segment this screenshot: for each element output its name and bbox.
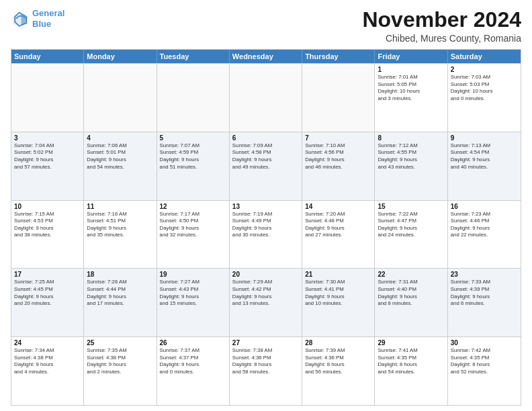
day-info: Sunrise: 7:38 AM Sunset: 4:36 PM Dayligh… (232, 347, 299, 375)
cal-cell: 19Sunrise: 7:27 AM Sunset: 4:43 PM Dayli… (157, 269, 230, 336)
day-number: 21 (305, 271, 371, 278)
day-info: Sunrise: 7:07 AM Sunset: 4:59 PM Dayligh… (160, 142, 226, 171)
day-info: Sunrise: 7:22 AM Sunset: 4:47 PM Dayligh… (378, 211, 444, 239)
col-sunday: Sunday (11, 50, 84, 63)
day-number: 30 (451, 339, 518, 347)
cal-cell: 8Sunrise: 7:12 AM Sunset: 4:55 PM Daylig… (375, 132, 447, 200)
day-info: Sunrise: 7:42 AM Sunset: 4:35 PM Dayligh… (451, 347, 518, 375)
day-number: 26 (160, 339, 226, 347)
day-number: 4 (87, 134, 153, 142)
logo-icon (11, 9, 30, 28)
calendar-body: 1Sunrise: 7:01 AM Sunset: 5:05 PM Daylig… (11, 63, 521, 405)
cal-row-1: 3Sunrise: 7:04 AM Sunset: 5:02 PM Daylig… (11, 132, 521, 200)
cal-cell: 1Sunrise: 7:01 AM Sunset: 5:05 PM Daylig… (375, 64, 447, 132)
cal-cell (84, 64, 157, 132)
cal-cell: 13Sunrise: 7:19 AM Sunset: 4:49 PM Dayli… (230, 201, 302, 269)
cal-cell: 15Sunrise: 7:22 AM Sunset: 4:47 PM Dayli… (375, 201, 447, 269)
day-number: 8 (378, 134, 444, 142)
logo-line2: Blue (32, 19, 51, 29)
day-info: Sunrise: 7:17 AM Sunset: 4:50 PM Dayligh… (160, 211, 226, 239)
day-info: Sunrise: 7:41 AM Sunset: 4:35 PM Dayligh… (378, 347, 444, 375)
cal-row-3: 17Sunrise: 7:25 AM Sunset: 4:45 PM Dayli… (11, 268, 521, 336)
day-number: 5 (160, 134, 226, 142)
cal-cell: 14Sunrise: 7:20 AM Sunset: 4:48 PM Dayli… (302, 201, 375, 269)
cal-cell: 7Sunrise: 7:10 AM Sunset: 4:56 PM Daylig… (302, 132, 375, 200)
day-number: 9 (451, 134, 518, 142)
day-info: Sunrise: 7:16 AM Sunset: 4:51 PM Dayligh… (87, 211, 153, 239)
day-info: Sunrise: 7:04 AM Sunset: 5:02 PM Dayligh… (14, 142, 81, 171)
day-info: Sunrise: 7:23 AM Sunset: 4:46 PM Dayligh… (451, 211, 518, 239)
cal-cell: 28Sunrise: 7:39 AM Sunset: 4:36 PM Dayli… (302, 337, 375, 405)
cal-row-4: 24Sunrise: 7:34 AM Sunset: 4:38 PM Dayli… (11, 336, 521, 405)
day-info: Sunrise: 7:27 AM Sunset: 4:43 PM Dayligh… (160, 279, 226, 307)
cal-cell (302, 64, 375, 132)
subtitle: Chibed, Mures County, Romania (362, 33, 521, 44)
cal-cell: 24Sunrise: 7:34 AM Sunset: 4:38 PM Dayli… (11, 337, 84, 405)
cal-cell (157, 64, 230, 132)
day-number: 28 (305, 339, 371, 347)
day-info: Sunrise: 7:25 AM Sunset: 4:45 PM Dayligh… (14, 279, 81, 307)
day-number: 23 (451, 271, 518, 278)
cal-cell: 5Sunrise: 7:07 AM Sunset: 4:59 PM Daylig… (157, 132, 230, 200)
day-info: Sunrise: 7:09 AM Sunset: 4:58 PM Dayligh… (232, 142, 299, 171)
col-thursday: Thursday (302, 50, 375, 63)
day-number: 3 (14, 134, 81, 142)
cal-cell (11, 64, 84, 132)
day-info: Sunrise: 7:12 AM Sunset: 4:55 PM Dayligh… (378, 142, 444, 171)
day-number: 25 (87, 339, 153, 347)
cal-cell: 16Sunrise: 7:23 AM Sunset: 4:46 PM Dayli… (448, 201, 521, 269)
cal-cell: 3Sunrise: 7:04 AM Sunset: 5:02 PM Daylig… (11, 132, 84, 200)
day-info: Sunrise: 7:19 AM Sunset: 4:49 PM Dayligh… (232, 211, 299, 239)
col-tuesday: Tuesday (157, 50, 230, 63)
day-info: Sunrise: 7:03 AM Sunset: 5:03 PM Dayligh… (451, 74, 518, 102)
logo: General Blue (11, 8, 64, 29)
cal-cell: 20Sunrise: 7:29 AM Sunset: 4:42 PM Dayli… (230, 269, 302, 336)
day-info: Sunrise: 7:01 AM Sunset: 5:05 PM Dayligh… (378, 74, 444, 102)
page: General Blue November 2024 Chibed, Mures… (0, 0, 532, 411)
cal-cell: 17Sunrise: 7:25 AM Sunset: 4:45 PM Dayli… (11, 269, 84, 336)
logo-line1: General (32, 8, 64, 18)
cal-cell: 2Sunrise: 7:03 AM Sunset: 5:03 PM Daylig… (448, 64, 521, 132)
col-monday: Monday (84, 50, 157, 63)
header: General Blue November 2024 Chibed, Mures… (11, 8, 521, 44)
day-number: 2 (451, 66, 518, 73)
day-number: 15 (378, 203, 444, 210)
day-info: Sunrise: 7:10 AM Sunset: 4:56 PM Dayligh… (305, 142, 371, 171)
cal-cell: 18Sunrise: 7:26 AM Sunset: 4:44 PM Dayli… (84, 269, 157, 336)
day-number: 1 (378, 66, 444, 73)
day-info: Sunrise: 7:20 AM Sunset: 4:48 PM Dayligh… (305, 211, 371, 239)
day-info: Sunrise: 7:06 AM Sunset: 5:01 PM Dayligh… (87, 142, 153, 171)
day-number: 22 (378, 271, 444, 278)
cal-cell: 29Sunrise: 7:41 AM Sunset: 4:35 PM Dayli… (375, 337, 447, 405)
day-number: 27 (232, 339, 299, 347)
day-number: 14 (305, 203, 371, 210)
day-number: 11 (87, 203, 153, 210)
col-saturday: Saturday (448, 50, 521, 63)
day-number: 7 (305, 134, 371, 142)
cal-cell (230, 64, 302, 132)
day-number: 13 (232, 203, 299, 210)
day-number: 19 (160, 271, 226, 278)
calendar: Sunday Monday Tuesday Wednesday Thursday… (11, 49, 521, 406)
day-info: Sunrise: 7:15 AM Sunset: 4:53 PM Dayligh… (14, 211, 81, 239)
day-info: Sunrise: 7:37 AM Sunset: 4:37 PM Dayligh… (160, 347, 226, 375)
col-friday: Friday (375, 50, 447, 63)
logo-text: General Blue (32, 8, 64, 29)
day-number: 10 (14, 203, 81, 210)
day-number: 17 (14, 271, 81, 278)
main-title: November 2024 (362, 8, 521, 32)
cal-cell: 26Sunrise: 7:37 AM Sunset: 4:37 PM Dayli… (157, 337, 230, 405)
cal-cell: 30Sunrise: 7:42 AM Sunset: 4:35 PM Dayli… (448, 337, 521, 405)
cal-cell: 4Sunrise: 7:06 AM Sunset: 5:01 PM Daylig… (84, 132, 157, 200)
day-info: Sunrise: 7:35 AM Sunset: 4:38 PM Dayligh… (87, 347, 153, 375)
day-info: Sunrise: 7:13 AM Sunset: 4:54 PM Dayligh… (451, 142, 518, 171)
day-info: Sunrise: 7:31 AM Sunset: 4:40 PM Dayligh… (378, 279, 444, 307)
title-block: November 2024 Chibed, Mures County, Roma… (362, 8, 521, 44)
cal-cell: 25Sunrise: 7:35 AM Sunset: 4:38 PM Dayli… (84, 337, 157, 405)
cal-row-2: 10Sunrise: 7:15 AM Sunset: 4:53 PM Dayli… (11, 200, 521, 269)
cal-cell: 6Sunrise: 7:09 AM Sunset: 4:58 PM Daylig… (230, 132, 302, 200)
cal-cell: 11Sunrise: 7:16 AM Sunset: 4:51 PM Dayli… (84, 201, 157, 269)
cal-cell: 22Sunrise: 7:31 AM Sunset: 4:40 PM Dayli… (375, 269, 447, 336)
cal-cell: 9Sunrise: 7:13 AM Sunset: 4:54 PM Daylig… (448, 132, 521, 200)
day-info: Sunrise: 7:30 AM Sunset: 4:41 PM Dayligh… (305, 279, 371, 307)
